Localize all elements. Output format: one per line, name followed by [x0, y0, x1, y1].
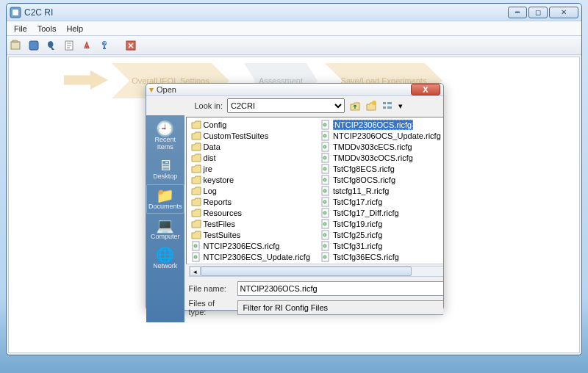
menu-help[interactable]: Help: [62, 23, 87, 35]
svg-point-18: [323, 123, 326, 126]
toolbar-btn-4[interactable]: [62, 39, 76, 52]
toolbar-btn-3[interactable]: [45, 39, 58, 52]
folder-icon: [191, 175, 201, 185]
folder-item[interactable]: jre: [190, 163, 312, 174]
file-icon: [320, 252, 331, 262]
folder-icon: [191, 219, 201, 229]
scroll-track[interactable]: [201, 267, 443, 276]
place-documents[interactable]: 📁Documents: [146, 184, 184, 214]
toolbar: ?: [7, 36, 581, 55]
svg-point-22: [323, 145, 326, 148]
file-item-label: TstCfg17_Diff.ricfg: [333, 209, 399, 217]
file-item[interactable]: TMDDv303cECS.ricfg: [319, 141, 442, 152]
svg-point-42: [323, 256, 326, 258]
toolbar-btn-2[interactable]: [27, 39, 40, 52]
computer-icon: 💻: [148, 218, 183, 233]
file-item[interactable]: TstCfg17_Diff.ricfg: [319, 207, 442, 218]
folder-item[interactable]: dist: [190, 152, 312, 163]
file-item[interactable]: TMDDv303cOCS.ricfg: [319, 152, 442, 163]
folder-item[interactable]: Reports: [190, 196, 312, 207]
file-item[interactable]: NTCIP2306ECS_Update.ricfg: [190, 251, 312, 262]
folder-item[interactable]: Log: [190, 185, 312, 196]
folder-item[interactable]: TestSuites: [190, 229, 312, 240]
svg-rect-11: [387, 102, 392, 104]
file-item[interactable]: TstCfg17.ricfg: [319, 196, 442, 207]
svg-point-40: [323, 245, 326, 247]
svg-point-20: [323, 134, 326, 137]
file-item-label: TstCfg19.ricfg: [333, 220, 382, 228]
open-dialog: ▾ Open X Look in: C2CRI ▾ 🕘Recent Items …: [146, 83, 444, 311]
new-folder-icon[interactable]: [365, 100, 377, 112]
place-computer[interactable]: 💻Computer: [146, 215, 184, 243]
file-item[interactable]: NTCIP2306OCS.ricfg: [319, 119, 442, 130]
file-item[interactable]: TstCfg8OCS.ricfg: [319, 174, 442, 185]
view-menu-dropdown-icon[interactable]: ▾: [398, 100, 404, 112]
svg-point-38: [323, 233, 326, 236]
file-item-label: TstCfg25.ricfg: [333, 231, 382, 239]
file-item-label: NTCIP2306OCS_Update.ricfg: [333, 131, 441, 140]
file-item[interactable]: NTCIP2306ECS.ricfg: [190, 240, 312, 251]
folder-item[interactable]: TestFiles: [190, 218, 312, 229]
file-item-label: NTCIP2306ECS.ricfg: [204, 242, 280, 250]
file-item-label: tstcfg11_R.ricfg: [333, 186, 389, 195]
folder-icon: [191, 230, 201, 240]
minimize-button[interactable]: ━: [508, 7, 527, 18]
file-item-label: TstCfg8OCS.ricfg: [333, 175, 395, 184]
view-list-icon[interactable]: [381, 100, 393, 112]
look-in-label: Look in:: [187, 101, 223, 110]
window-title: C2C RI: [24, 7, 508, 18]
folder-item[interactable]: Resources: [190, 207, 312, 218]
toolbar-btn-7[interactable]: [124, 39, 137, 52]
maximize-button[interactable]: ◻: [528, 7, 548, 18]
svg-point-28: [323, 178, 326, 181]
file-item[interactable]: NTCIP2306OCS_Update.ricfg: [319, 130, 442, 141]
file-item-label: keystore: [204, 175, 234, 184]
place-desktop[interactable]: 🖥Desktop: [146, 155, 184, 183]
scroll-left-button[interactable]: ◂: [190, 267, 201, 276]
network-icon: 🌐: [148, 247, 183, 262]
file-item[interactable]: TstCfg31.ricfg: [319, 240, 442, 251]
toolbar-btn-6[interactable]: ?: [98, 39, 111, 52]
svg-point-16: [194, 256, 197, 258]
svg-point-8: [372, 101, 376, 105]
folder-item[interactable]: keystore: [190, 174, 312, 185]
horizontal-scrollbar[interactable]: ◂ ▸: [189, 266, 443, 277]
file-item[interactable]: TstCfg19.ricfg: [319, 218, 442, 229]
file-name-input[interactable]: [237, 281, 443, 296]
folder-icon: [191, 197, 201, 207]
file-item[interactable]: TstCfg36ECS.ricfg: [319, 251, 442, 262]
menu-tools[interactable]: Tools: [33, 23, 61, 35]
place-network[interactable]: 🌐Network: [146, 245, 184, 272]
file-item[interactable]: TstCfg25.ricfg: [319, 229, 442, 240]
menu-file[interactable]: File: [10, 23, 32, 35]
file-item-label: TstCfg36ECS.ricfg: [333, 253, 399, 261]
file-item-label: Config: [204, 120, 227, 129]
menubar: File Tools Help: [7, 21, 581, 36]
file-item-label: TestFiles: [204, 220, 235, 228]
toolbar-btn-5[interactable]: [80, 39, 93, 52]
file-item[interactable]: tstcfg11_R.ricfg: [319, 185, 442, 196]
look-in-select[interactable]: C2CRI: [227, 98, 345, 113]
up-folder-icon[interactable]: [349, 100, 361, 112]
app-icon: [10, 7, 21, 18]
file-item-label: TstCfg17.ricfg: [333, 198, 382, 206]
svg-point-14: [194, 245, 197, 247]
folder-item[interactable]: CustomTestSuites: [190, 130, 312, 141]
svg-point-30: [323, 189, 326, 192]
file-item-label: TMDDv303cECS.ricfg: [333, 142, 412, 151]
titlebar: C2C RI ━ ◻ ✕: [7, 4, 581, 21]
file-item[interactable]: TstCfg8ECS.ricfg: [319, 163, 442, 174]
file-icon: [320, 186, 331, 196]
file-type-select[interactable]: Filter for RI Config Files: [237, 300, 443, 315]
folder-item[interactable]: Data: [190, 141, 312, 152]
svg-rect-2: [11, 42, 20, 49]
toolbar-btn-1[interactable]: [10, 39, 23, 52]
scroll-thumb[interactable]: [201, 267, 412, 276]
desktop-icon: 🖥: [148, 158, 183, 173]
place-recent[interactable]: 🕘Recent Items: [146, 118, 184, 153]
file-icon: [320, 241, 331, 251]
folder-item[interactable]: Config: [190, 119, 312, 130]
file-list[interactable]: ConfigCustomTestSuitesDatadistjrekeystor…: [186, 117, 443, 264]
close-button[interactable]: ✕: [549, 7, 578, 18]
dialog-close-button[interactable]: X: [411, 84, 440, 95]
